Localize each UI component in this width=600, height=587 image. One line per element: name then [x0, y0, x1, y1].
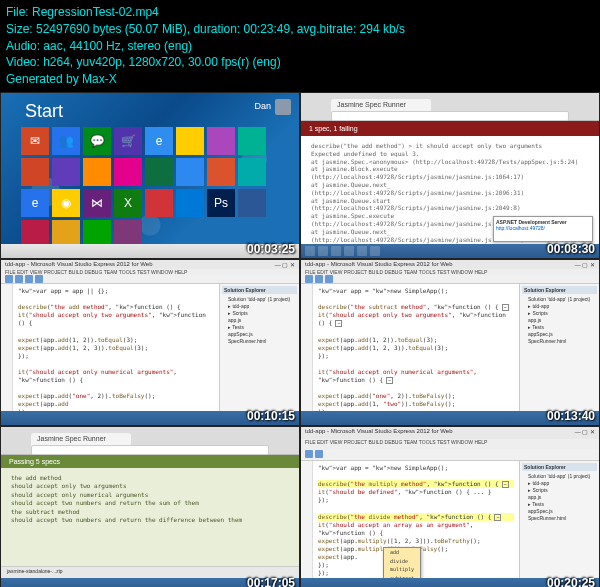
code-line[interactable]: describe("the divide method", "kw">funct… — [318, 513, 514, 521]
tb-icon[interactable] — [370, 246, 380, 256]
vs-menubar[interactable]: FILE EDIT VIEW PROJECT BUILD DEBUG TEAM … — [301, 439, 599, 449]
code-line[interactable]: expect(app.add(1, "two")).toBeFalsy(); — [318, 400, 514, 408]
tile[interactable]: e — [21, 189, 49, 217]
code-line[interactable]: }); — [18, 352, 214, 360]
code-line[interactable] — [18, 360, 214, 368]
url-bar[interactable] — [31, 445, 269, 455]
window-controls[interactable]: — ▢ ✕ — [275, 261, 295, 268]
tile[interactable]: Ps — [207, 189, 235, 217]
url-bar[interactable] — [331, 111, 569, 121]
tile[interactable]: e — [145, 127, 173, 155]
code-line[interactable] — [318, 504, 514, 512]
code-line[interactable]: it("should accept only two arguments", "… — [18, 311, 214, 327]
code-line[interactable]: expect(app.add(1, 2, 3)).toEqual(3); — [318, 344, 514, 352]
vs-toolbar[interactable] — [301, 275, 599, 284]
code-line[interactable]: describe("the multiply method", "kw">fun… — [318, 480, 514, 488]
solution-item[interactable]: appSpec.js — [522, 508, 597, 515]
solution-item[interactable]: ▸ Tests — [522, 501, 597, 508]
code-editor[interactable]: "kw">var app = "kw">new SimpleApp(); des… — [313, 461, 519, 582]
code-line[interactable]: }); — [318, 352, 514, 360]
code-line[interactable] — [18, 295, 214, 303]
tb-icon[interactable] — [305, 275, 313, 283]
code-line[interactable]: describe("the add method", "kw">function… — [18, 303, 214, 311]
solution-item[interactable]: SpecRunner.html — [222, 338, 297, 345]
code-line[interactable] — [318, 295, 514, 303]
code-line[interactable]: it("should accept only numerical argumen… — [18, 368, 214, 384]
solution-item[interactable]: Solution 'tdd-app' (1 project) — [522, 296, 597, 303]
code-line[interactable] — [318, 360, 514, 368]
solution-item[interactable]: ▸ Scripts — [522, 487, 597, 494]
solution-item[interactable]: Solution 'tdd-app' (1 project) — [522, 473, 597, 480]
tile[interactable] — [238, 158, 266, 186]
code-line[interactable]: "kw">var app = "kw">new SimpleApp(); — [318, 464, 514, 472]
solution-item[interactable]: app.js — [522, 494, 597, 501]
solution-item[interactable]: SpecRunner.html — [522, 515, 597, 522]
code-line[interactable]: expect(app.add(1, 2, 3)).toEqual(3); — [18, 344, 214, 352]
solution-item[interactable]: appSpec.js — [522, 331, 597, 338]
tb-icon[interactable] — [35, 275, 43, 283]
code-line[interactable]: it("should accept only numerical argumen… — [318, 368, 514, 384]
solution-item[interactable]: ▸ Scripts — [522, 310, 597, 317]
code-line[interactable]: expect(app.add — [18, 400, 214, 408]
solution-explorer[interactable]: Solution Explorer Solution 'tdd-app' (1 … — [519, 284, 599, 426]
solution-item[interactable]: ▸ tdd-app — [222, 303, 297, 310]
code-line[interactable]: expect(app.add(1, 2)).toEqual(3); — [318, 336, 514, 344]
tb-icon[interactable] — [344, 246, 354, 256]
code-line[interactable]: it("should accept only two arguments", "… — [318, 311, 514, 327]
vs-toolbar[interactable] — [301, 449, 599, 461]
tb-icon[interactable] — [318, 246, 328, 256]
window-controls[interactable]: — ▢ ✕ — [575, 428, 595, 438]
code-line[interactable]: expect(app.add("one", 2)).toBeFalsy(); — [318, 392, 514, 400]
tb-icon[interactable] — [5, 275, 13, 283]
code-line[interactable]: expect(app.multiply([1, 2, 3])).toBeTrut… — [318, 537, 514, 545]
dev-server-popup[interactable]: ASP.NET Development Server http://localh… — [493, 216, 593, 242]
tb-icon[interactable] — [315, 450, 323, 458]
tile[interactable]: ✉ — [21, 127, 49, 155]
tile[interactable] — [207, 127, 235, 155]
tile[interactable] — [52, 158, 80, 186]
solution-item[interactable]: ▸ tdd-app — [522, 303, 597, 310]
avatar[interactable] — [275, 99, 291, 115]
code-line[interactable] — [318, 384, 514, 392]
solution-item[interactable]: Solution 'tdd-app' (1 project) — [222, 296, 297, 303]
solution-item[interactable]: SpecRunner.html — [522, 338, 597, 345]
code-line[interactable] — [318, 327, 514, 335]
tb-icon[interactable] — [325, 275, 333, 283]
tb-icon[interactable] — [305, 450, 313, 458]
tile[interactable] — [83, 158, 111, 186]
code-line[interactable]: "kw">var app = app || {}; — [18, 287, 214, 295]
code-line[interactable] — [18, 384, 214, 392]
code-editor[interactable]: "kw">var app = "kw">new SimpleApp(); des… — [313, 284, 519, 426]
code-line[interactable]: describe("the subtract method", "kw">fun… — [318, 303, 514, 311]
tb-icon[interactable] — [331, 246, 341, 256]
code-line[interactable]: it("should accept an array as an argumen… — [318, 521, 514, 537]
tile[interactable]: 🛒 — [114, 127, 142, 155]
solution-item[interactable]: ▸ tdd-app — [522, 480, 597, 487]
tile[interactable] — [207, 158, 235, 186]
solution-item[interactable]: ▸ Scripts — [222, 310, 297, 317]
code-line[interactable] — [18, 327, 214, 335]
intellisense-item[interactable]: add — [384, 548, 420, 557]
tile[interactable]: ⋈ — [83, 189, 111, 217]
solution-item[interactable]: appSpec.js — [222, 331, 297, 338]
tile[interactable]: 👥 — [52, 127, 80, 155]
solution-item[interactable]: ▸ Tests — [222, 324, 297, 331]
code-line[interactable]: expect(app.add(1, 2)).toEqual(3); — [18, 336, 214, 344]
tile[interactable] — [176, 127, 204, 155]
tile[interactable] — [176, 158, 204, 186]
code-line[interactable]: it("should be defined", "kw">function ()… — [318, 488, 514, 496]
code-line[interactable] — [318, 472, 514, 480]
tb-icon[interactable] — [357, 246, 367, 256]
tile[interactable] — [238, 127, 266, 155]
tile[interactable] — [145, 158, 173, 186]
solution-explorer[interactable]: Solution Explorer Solution 'tdd-app' (1 … — [219, 284, 299, 426]
tile[interactable]: 💬 — [83, 127, 111, 155]
tile[interactable] — [21, 158, 49, 186]
tile[interactable] — [238, 189, 266, 217]
code-line[interactable]: expect(app.add("one", 2)).toBeFalsy(); — [18, 392, 214, 400]
code-line[interactable]: }); — [318, 496, 514, 504]
solution-item[interactable]: app.js — [522, 317, 597, 324]
code-line[interactable]: "kw">var app = "kw">new SimpleApp(); — [318, 287, 514, 295]
solution-item[interactable]: ▸ Tests — [522, 324, 597, 331]
tb-icon[interactable] — [305, 246, 315, 256]
